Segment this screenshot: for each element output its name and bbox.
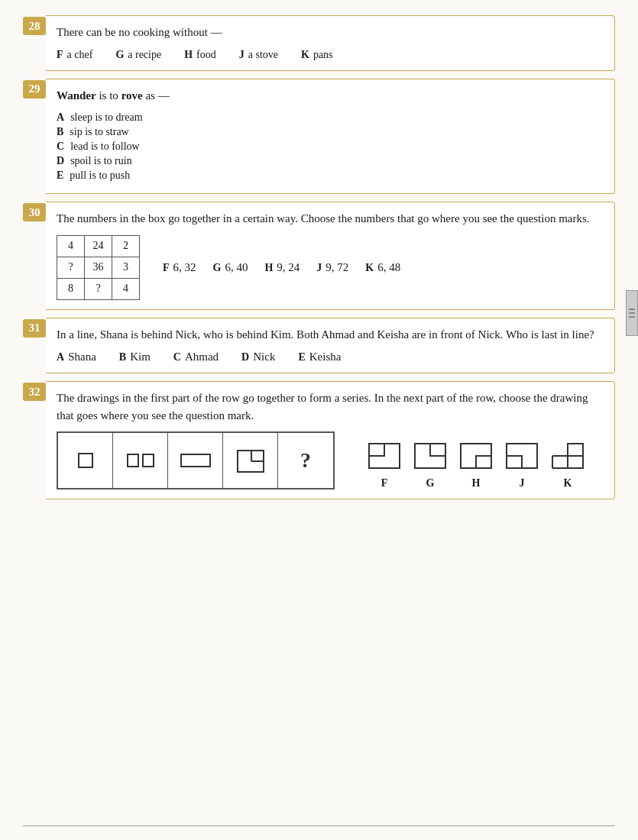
text-29-A: sleep is to dream (70, 111, 142, 124)
letter-31-C: C (173, 351, 181, 363)
bottom-line (23, 825, 615, 826)
label-J: J (520, 477, 525, 489)
answer-row-28: F a chef G a recipe H food J a stove (57, 49, 604, 61)
answer-letter-28-F: F (57, 49, 63, 61)
text-29-D: spoil is to ruin (70, 155, 132, 167)
grid-cell-r3c2: ? (85, 278, 112, 299)
series-cell-1 (58, 433, 113, 488)
series-box: ? (57, 431, 335, 489)
text-31-E: Keisha (309, 351, 342, 363)
question-32: 32 The drawings in the first part of the… (23, 381, 615, 499)
series-shape-4 (232, 441, 270, 480)
question-number-28: 28 (23, 17, 46, 35)
grid-row-2: ? 36 3 (57, 257, 140, 278)
answer-28-F[interactable]: F a chef (57, 49, 92, 61)
answer-letter-28-G: G (115, 49, 124, 61)
label-K: K (564, 477, 572, 489)
answer-31-D[interactable]: D Nick (241, 351, 275, 363)
answer-col-F[interactable]: F (365, 436, 403, 489)
letter-31-A: A (57, 351, 64, 363)
svg-rect-2 (143, 454, 154, 467)
shapes-area: ? F (57, 431, 604, 489)
answer-31-A[interactable]: A Shana (57, 351, 96, 363)
series-shape-3 (177, 441, 215, 480)
answer-28-H[interactable]: H food (184, 49, 216, 61)
svg-rect-1 (128, 454, 138, 467)
series-shape-2 (121, 441, 160, 480)
grid-cell-r3c1: 8 (57, 278, 85, 299)
answer-col-H[interactable]: H (457, 436, 495, 489)
label-G: G (426, 477, 435, 489)
answer-30-H[interactable]: H 9, 24 (264, 261, 300, 274)
text-30-H: 9, 24 (277, 261, 300, 274)
grid-row-3: 8 ? 4 (57, 278, 140, 299)
shape-G (411, 436, 449, 474)
grid-cell-r2c3: 3 (112, 257, 140, 278)
answer-col-G[interactable]: G (411, 436, 449, 489)
answer-31-C[interactable]: C Ahmad (173, 351, 219, 363)
letter-31-E: E (298, 351, 305, 363)
grid-cell-r2c2: 36 (85, 257, 112, 278)
answer-text-28-J: a stove (248, 49, 278, 61)
question-box-29: Wander is to rove as — A sleep is to dre… (46, 79, 615, 195)
page: • 28 There can be no cooking without — F… (0, 0, 638, 840)
answer-text-28-F: a chef (67, 49, 93, 61)
text-31-B: Kim (130, 351, 151, 363)
text-30-J: 9, 72 (325, 261, 348, 274)
series-cell-5: ? (278, 433, 333, 488)
answer-31-E[interactable]: E Keisha (298, 351, 341, 363)
question-box-30: The numbers in the box go together in a … (46, 202, 615, 310)
question-29: 29 Wander is to rove as — A sleep is to … (23, 79, 615, 195)
option-29-C[interactable]: C lead is to follow (57, 141, 604, 153)
answer-28-K[interactable]: K pans (301, 49, 333, 61)
answer-text-28-H: food (196, 49, 216, 61)
option-29-D[interactable]: D spoil is to ruin (57, 155, 604, 167)
letter-30-H: H (264, 262, 273, 274)
answer-30-G[interactable]: G 6, 40 (213, 261, 248, 274)
answer-28-J[interactable]: J a stove (239, 49, 278, 61)
answer-col-J[interactable]: J (503, 436, 541, 489)
grid-row-1: 4 24 2 (57, 235, 140, 257)
question-box-32: The drawings in the first part of the ro… (46, 381, 615, 499)
question-box-28: There can be no cooking without — F a ch… (46, 15, 615, 71)
answer-text-28-G: a recipe (128, 49, 161, 61)
as-text: as — (145, 89, 169, 102)
number-grid: 4 24 2 ? 36 3 8 ? (57, 235, 140, 300)
question-number-29: 29 (23, 80, 46, 99)
option-29-A[interactable]: A sleep is to dream (57, 111, 604, 124)
letter-30-J: J (316, 262, 322, 274)
option-29-E[interactable]: E pull is to push (57, 170, 604, 182)
text-29-C: lead is to follow (70, 141, 140, 153)
text-31-D: Nick (253, 351, 275, 363)
scrollbar[interactable] (626, 290, 638, 336)
answer-text-28-K: pans (313, 49, 333, 61)
answer-30-K[interactable]: K 6, 48 (365, 261, 400, 274)
wander-bold: Wander (57, 89, 96, 102)
question-text-28: There can be no cooking without — (57, 24, 604, 41)
grid-options-30: F 6, 32 G 6, 40 H 9, 24 J (163, 261, 400, 274)
answer-letter-28-K: K (301, 49, 309, 61)
label-F: F (381, 477, 388, 489)
text-30-G: 6, 40 (225, 261, 248, 274)
svg-rect-15 (507, 456, 522, 468)
answer-30-J[interactable]: J 9, 72 (316, 261, 348, 274)
answer-28-G[interactable]: G a recipe (115, 49, 161, 61)
answer-30-F[interactable]: F 6, 32 (163, 261, 196, 274)
text-30-F: 6, 32 (173, 261, 196, 274)
question-text-32: The drawings in the first part of the ro… (57, 389, 604, 424)
shape-K (549, 436, 587, 474)
question-text-30: The numbers in the box go together in a … (57, 210, 604, 228)
letter-29-B: B (57, 126, 63, 138)
answer-letter-28-J: J (239, 49, 245, 61)
answer-letter-28-H: H (184, 49, 193, 61)
option-29-B[interactable]: B sip is to straw (57, 126, 604, 138)
shape-H (457, 436, 495, 474)
letter-31-D: D (241, 351, 249, 363)
question-30: 30 The numbers in the box go together in… (23, 202, 615, 310)
answer-31-B[interactable]: B Kim (119, 351, 151, 363)
question-31: 31 In a line, Shana is behind Nick, who … (23, 318, 615, 374)
grid-cell-r1c3: 2 (112, 235, 140, 257)
series-cell-4 (223, 433, 278, 488)
series-cell-2 (113, 433, 168, 488)
answer-col-K[interactable]: K (549, 436, 587, 489)
